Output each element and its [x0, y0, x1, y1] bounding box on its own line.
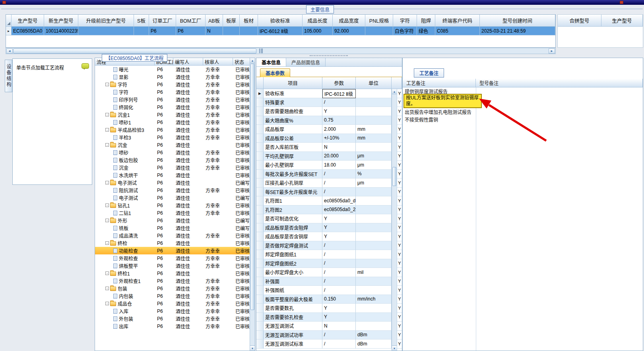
param-value-cell[interactable]: /	[322, 170, 356, 179]
main-info-column-header[interactable]: 验收标准	[258, 15, 303, 27]
params-row[interactable]: 孔符图1ec08505da0_drl_m...	[256, 196, 392, 206]
param-unit-cell[interactable]	[356, 116, 392, 125]
tree-row[interactable]: 半检3P6酒佳佳方幸幸已审核	[95, 134, 250, 141]
tree-node-name[interactable]: 入库	[95, 307, 155, 315]
main-info-cell[interactable]: 绿色	[417, 27, 435, 35]
param-item-cell[interactable]: 孔符图1	[264, 196, 322, 206]
param-item-cell[interactable]: 最小孔壁铜厚	[264, 161, 322, 170]
main-info-column-header[interactable]: 板厚	[223, 15, 240, 27]
main-info-column-header[interactable]: 升级前旧生产型号	[78, 15, 134, 27]
param-unit-cell[interactable]	[356, 322, 392, 331]
main-info-column-header[interactable]: 终端客户代码	[435, 15, 480, 27]
params-column-header[interactable]: 参数	[322, 77, 356, 89]
param-value-cell[interactable]: /	[322, 178, 356, 188]
main-info-cell[interactable]: 105.000	[303, 27, 333, 35]
param-unit-cell[interactable]	[356, 89, 392, 98]
params-row[interactable]: 是否可制造优化Y	[256, 214, 392, 223]
main-info-column-header[interactable]: 成品宽度	[333, 15, 365, 27]
tree-row[interactable]: 阻抗测试P6酒佳佳方幸幸已审核	[95, 186, 250, 194]
main-info-column-header[interactable]: S板	[134, 15, 149, 27]
param-value-cell[interactable]: /	[322, 331, 356, 340]
param-item-cell[interactable]: 邦定焊盘图纸1	[264, 250, 322, 259]
param-item-cell[interactable]: 无源互调测试	[264, 322, 322, 331]
main-info-cell[interactable]: P6	[149, 27, 176, 35]
tree-row[interactable]: 印序列号P6酒佳佳方幸幸已审核	[95, 96, 250, 103]
tree-node-name[interactable]: -外形	[95, 217, 155, 224]
param-unit-cell[interactable]	[356, 232, 392, 241]
tree-row[interactable]: -沉金1P6酒佳佳方幸幸已审核	[95, 111, 250, 118]
tree-node-name[interactable]: 水洗烘干	[95, 171, 155, 179]
param-unit-cell[interactable]	[356, 313, 392, 322]
params-row[interactable]: 是否需要验孔检查Y	[256, 313, 392, 322]
param-unit-cell[interactable]: μm	[356, 152, 392, 161]
param-unit-cell[interactable]: mm/inch	[356, 295, 392, 304]
tree-node-name[interactable]: 阻抗测试	[95, 186, 155, 194]
param-item-cell[interactable]: 最小邦定焊盘大小	[264, 268, 322, 277]
tree-node-name[interactable]: -包装	[95, 285, 155, 292]
param-value-cell[interactable]: /	[322, 277, 356, 286]
params-row[interactable]: 最小邦定焊盘大小/mil	[256, 268, 392, 277]
tree-node-name[interactable]: 外观检查1	[95, 277, 155, 285]
collapse-icon[interactable]: -	[105, 204, 109, 207]
params-row[interactable]: 孔符图2ec08505da0_2rd_m...	[256, 206, 392, 215]
params-row[interactable]: 邦定焊盘图纸2/	[256, 259, 392, 268]
remark-item[interactable]: 出货报告中增加孔电阻测试报告	[403, 109, 476, 116]
tree-row[interactable]: -成品仓P6酒佳佳方幸幸已审核	[95, 300, 250, 307]
param-value-cell[interactable]: Y	[322, 232, 356, 241]
param-unit-cell[interactable]	[356, 107, 392, 116]
scroll-left-icon[interactable]	[6, 48, 13, 54]
main-info-column-header[interactable]: 生产型号	[12, 15, 44, 27]
params-row[interactable]: 邦定焊盘图纸1/	[256, 250, 392, 259]
main-info-column-header[interactable]: BOM工厂	[176, 15, 206, 27]
params-row[interactable]: 是否入库前压板N	[256, 143, 392, 152]
tree-row[interactable]: 终固化P6酒佳佳方幸幸已审核	[95, 103, 250, 111]
param-value-cell[interactable]: 0.150	[322, 295, 356, 304]
scroll-right-icon[interactable]	[549, 48, 555, 54]
params-row[interactable]: 压接孔最小孔铜厚/μm	[256, 178, 392, 188]
tree-node-name[interactable]: 铣板	[95, 224, 155, 232]
params-row[interactable]: 是否需要翘曲检查Y	[256, 107, 392, 116]
tree-row[interactable]: 功能检查P6酒佳佳方幸幸已审核	[95, 247, 250, 254]
params-row[interactable]: 成品板厚是否含阻焊Y	[256, 223, 392, 233]
param-unit-cell[interactable]: μm	[356, 178, 392, 188]
param-unit-cell[interactable]: mm	[356, 125, 392, 134]
tree-row[interactable]: 字符P6酒佳佳方幸幸已审核	[95, 88, 250, 96]
tree-node-name[interactable]: -电子测试	[95, 179, 155, 186]
param-value-cell[interactable]: Y	[322, 107, 356, 116]
param-item-cell[interactable]: 成品板厚	[264, 125, 322, 134]
param-unit-cell[interactable]: %	[356, 170, 392, 179]
collapse-icon[interactable]: -	[105, 113, 109, 116]
tree-row[interactable]: -包装P6酒佳佳方幸幸已审核	[95, 285, 250, 292]
param-unit-cell[interactable]	[356, 214, 392, 223]
param-value-cell[interactable]: /	[322, 259, 356, 268]
tree-row[interactable]: -终检P6酒佳佳已审核	[95, 239, 250, 247]
param-unit-cell[interactable]	[356, 259, 392, 268]
param-item-cell[interactable]: 成品板厚是否含铜厚	[264, 232, 322, 241]
params-row[interactable]: 无源互调测试功率/dBm	[256, 331, 392, 340]
param-item-cell[interactable]: 邦定焊盘图纸2	[264, 259, 322, 268]
collapse-icon[interactable]: -	[105, 287, 109, 290]
params-row[interactable]: 成品板厚是否含铜厚Y	[256, 232, 392, 241]
tree-node-name[interactable]: 曝光	[95, 66, 155, 73]
tree-node-name[interactable]: 喷砂	[95, 149, 155, 156]
tree-node-name[interactable]: 沉金	[95, 164, 155, 171]
tree-node-name[interactable]: 显影	[95, 73, 155, 81]
param-item-cell[interactable]: 平均孔壁铜厚	[264, 152, 322, 161]
scroll-down-icon[interactable]	[250, 345, 255, 351]
tree-node-name[interactable]: 印序列号	[95, 96, 155, 103]
param-unit-cell[interactable]	[356, 188, 392, 197]
tab-device-structure[interactable]: 设备结构	[5, 60, 12, 92]
remark-item[interactable]: 不接受假性露铜	[403, 116, 476, 124]
param-item-cell[interactable]: 补强图纸	[264, 286, 322, 295]
params-row[interactable]: 无源互调测试标准/dBm	[256, 339, 392, 349]
param-item-cell[interactable]: 是否入库前压板	[264, 143, 322, 152]
tree-row[interactable]: 喷砂1P6酒佳佳方幸幸已审核	[95, 118, 250, 126]
tree-node-name[interactable]: 外包装	[95, 315, 155, 322]
main-info-column-header[interactable]: 字符	[393, 15, 417, 27]
param-item-cell[interactable]: 板面平整度的最大极差	[264, 295, 322, 304]
param-item-cell[interactable]: 补强面	[264, 277, 322, 286]
tree-node-name[interactable]: -钻孔1	[95, 202, 155, 209]
param-value-cell[interactable]: Y	[322, 304, 356, 313]
model-remarks-column-header[interactable]: 型号备注	[476, 79, 643, 87]
select-all-corner-icon[interactable]	[6, 15, 12, 27]
